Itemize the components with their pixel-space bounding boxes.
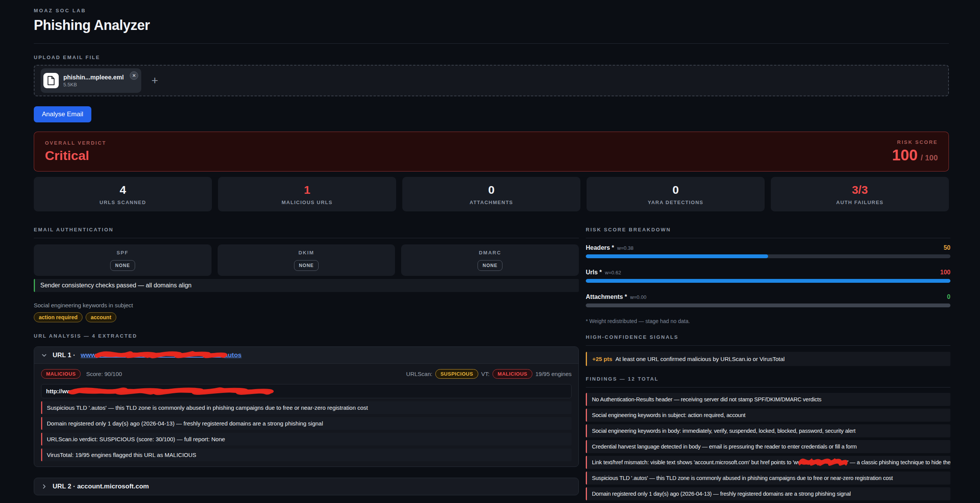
- finding-row: Domain registered only 1 day(s) ago (202…: [586, 487, 950, 500]
- stat-auth-failures: 3/3 AUTH FAILURES: [771, 177, 949, 211]
- add-file-icon[interactable]: +: [151, 74, 158, 87]
- phishing-analyzer-page: MOAZ SOC LAB Phishing Analyzer UPLOAD EM…: [0, 0, 980, 503]
- overall-verdict-banner: OVERALL VERDICT Critical RISK SCORE 100 …: [34, 132, 949, 172]
- redaction-scribble: [71, 388, 271, 394]
- risk-score-max: / 100: [921, 153, 938, 162]
- chevron-right-icon: [41, 483, 47, 490]
- spf-card: SPF NONE: [34, 244, 212, 276]
- url-1-verdict-badge: MALICIOUS: [41, 369, 81, 379]
- stat-attachments: 0 ATTACHMENTS: [402, 177, 580, 211]
- file-dropzone[interactable]: phishin...mpleee.eml 5.5KB ✕ +: [34, 65, 949, 96]
- signal-points: +25 pts: [592, 356, 612, 362]
- upload-section-label: UPLOAD EMAIL FILE: [34, 54, 949, 60]
- file-name: phishin...mpleee.eml: [63, 74, 124, 81]
- document-icon: [43, 73, 59, 88]
- verdict-value: Critical: [45, 148, 106, 163]
- verdict-label: OVERALL VERDICT: [45, 140, 106, 146]
- left-column: EMAIL AUTHENTICATION SPF NONE DKIM NONE …: [34, 227, 579, 503]
- url-1-link[interactable]: www.autos: [81, 351, 241, 359]
- right-column: RISK SCORE BREAKDOWN Headers * w=0.38 50…: [586, 227, 950, 503]
- vt-engines: 19/95 engines: [535, 371, 572, 377]
- risk-row-headers: Headers * w=0.38 50: [586, 244, 950, 258]
- email-auth-cards: SPF NONE DKIM NONE DMARC NONE: [34, 244, 579, 276]
- findings-list: No Authentication-Results header — recei…: [586, 393, 950, 503]
- uploaded-file-chip: phishin...mpleee.eml 5.5KB ✕: [41, 68, 141, 93]
- redaction-scribble: [802, 459, 844, 465]
- url-finding: VirusTotal: 19/95 engines flagged this U…: [41, 449, 572, 461]
- vt-badge: MALICIOUS: [492, 369, 532, 379]
- url-1-title: URL 1 ·: [53, 351, 75, 359]
- url-1-card: URL 1 · www.autos MALICIOUS Score: 90/10…: [34, 346, 579, 467]
- finding-row: Social engineering keywords in subject: …: [586, 409, 950, 422]
- findings-label: FINDINGS — 12 TOTAL: [586, 376, 950, 382]
- headers-progress-bar: [586, 254, 950, 258]
- file-size: 5.5KB: [63, 82, 124, 87]
- header-divider: [34, 43, 949, 44]
- url-finding: URLScan.io verdict: SUSPICIOUS (score: 3…: [41, 433, 572, 445]
- signals-label: HIGH-CONFIDENCE SIGNALS: [586, 334, 950, 340]
- analyse-email-button[interactable]: Analyse Email: [34, 106, 91, 122]
- attachments-progress-bar: [586, 303, 950, 307]
- dkim-card: DKIM NONE: [218, 244, 395, 276]
- spf-status-badge: NONE: [110, 260, 135, 271]
- vt-label: VT:: [481, 371, 490, 377]
- url-1-score: Score: 90/100: [86, 371, 122, 377]
- urlscan-badge: SUSPICIOUS: [435, 369, 478, 379]
- finding-row: Suspicious TLD '.autos' — this TLD zone …: [586, 472, 950, 485]
- keyword-badge: action required: [34, 312, 83, 322]
- urls-progress-bar: [586, 279, 950, 283]
- url-2-header[interactable]: URL 2 · account.microsoft.com: [34, 478, 578, 495]
- high-confidence-signal: +25 ptsAt least one URL confirmed malici…: [586, 352, 950, 366]
- dmarc-card: DMARC NONE: [401, 244, 579, 276]
- email-auth-label: EMAIL AUTHENTICATION: [34, 227, 579, 233]
- stat-yara-detections: 0 YARA DETECTIONS: [587, 177, 765, 211]
- finding-row: Social engineering keywords in body: imm…: [586, 424, 950, 437]
- stat-malicious-urls: 1 MALICIOUS URLS: [218, 177, 396, 211]
- sender-consistency-note: Sender consistency checks passed — all d…: [34, 279, 579, 292]
- finding-row: Credential harvest language detected in …: [586, 440, 950, 453]
- stat-urls-scanned: 4 URLS SCANNED: [34, 177, 212, 211]
- risk-breakdown-label: RISK SCORE BREAKDOWN: [586, 227, 950, 233]
- dmarc-status-badge: NONE: [478, 260, 502, 271]
- url-analysis-label: URL ANALYSIS — 4 EXTRACTED: [34, 333, 579, 339]
- risk-row-urls: Urls * w=0.62 100: [586, 269, 950, 283]
- finding-row: No Authentication-Results header — recei…: [586, 393, 950, 406]
- page-title: Phishing Analyzer: [34, 17, 949, 33]
- finding-row-redacted: Link text/href mismatch: visible text sh…: [586, 456, 950, 469]
- risk-score-label: RISK SCORE: [892, 139, 938, 145]
- dkim-status-badge: NONE: [294, 260, 319, 271]
- url-1-full-url: http://ww: [41, 384, 572, 398]
- risk-score-value: 100: [892, 147, 918, 164]
- url-finding: Domain registered only 1 day(s) ago (202…: [41, 417, 572, 430]
- url-finding: Suspicious TLD '.autos' — this TLD zone …: [41, 401, 572, 414]
- app-eyebrow: MOAZ SOC LAB: [34, 8, 949, 13]
- keywords-label: Social engineering keywords in subject: [34, 302, 579, 308]
- keyword-badge: account: [86, 312, 116, 322]
- url-1-header[interactable]: URL 1 · www.autos: [34, 347, 578, 364]
- weight-footnote: * Weight redistributed — stage had no da…: [586, 318, 950, 324]
- keyword-badges: action required account: [34, 312, 579, 322]
- remove-file-icon[interactable]: ✕: [130, 71, 138, 80]
- url-2-card: URL 2 · account.microsoft.com: [34, 478, 579, 495]
- risk-row-attachments: Attachments * w=0.00 0: [586, 294, 950, 307]
- stats-row: 4 URLS SCANNED 1 MALICIOUS URLS 0 ATTACH…: [34, 177, 949, 211]
- urlscan-label: URLScan:: [406, 371, 432, 377]
- url-2-title: URL 2 · account.microsoft.com: [53, 483, 149, 490]
- chevron-down-icon: [41, 352, 47, 358]
- redaction-scribble: [98, 352, 224, 358]
